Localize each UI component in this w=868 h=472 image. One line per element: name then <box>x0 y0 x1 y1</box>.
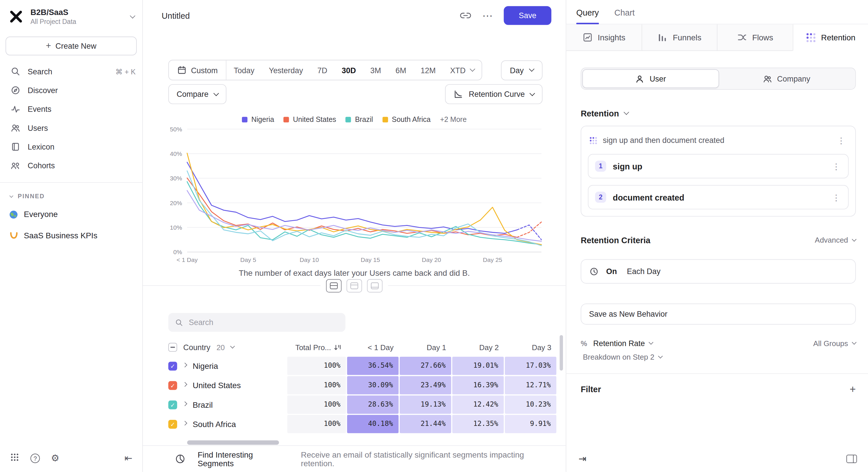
pinned-item-everyone[interactable]: Everyone <box>0 204 142 225</box>
date-3m-button[interactable]: 3M <box>363 60 388 80</box>
tab-query[interactable]: Query <box>576 8 599 24</box>
kebab-menu-icon[interactable]: ⋮ <box>835 136 847 144</box>
date-today-button[interactable]: Today <box>227 60 262 80</box>
table-row[interactable]: ✓South Africa100%40.18%21.44%12.35%9.91% <box>168 414 557 434</box>
retention-cell[interactable]: 17.03% <box>504 356 557 376</box>
retention-cell[interactable]: 28.63% <box>346 395 399 414</box>
kebab-menu-icon[interactable]: ⋮ <box>830 162 842 170</box>
row-checkbox[interactable]: ✓ <box>168 419 177 429</box>
retention-cell[interactable]: 21.44% <box>399 414 452 434</box>
date-custom-button[interactable]: Custom <box>169 60 226 80</box>
sidebar-item-cohorts[interactable]: Cohorts <box>0 156 142 175</box>
chart-type-dropdown[interactable]: Retention Curve <box>445 84 542 104</box>
behavior-header[interactable]: sign up and then document created ⋮ <box>588 133 848 147</box>
table-search-box[interactable] <box>168 313 345 332</box>
table-row[interactable]: ✓United States100%30.09%23.49%16.39%12.7… <box>168 376 557 395</box>
column-header[interactable]: Day 2 <box>452 343 504 352</box>
behavior-step-1[interactable]: 1 sign up ⋮ <box>588 154 848 178</box>
create-new-button[interactable]: + Create New <box>5 37 137 55</box>
retention-cell[interactable]: 12.42% <box>452 395 504 414</box>
collapse-sidebar-icon[interactable]: ⇤ <box>124 452 132 464</box>
horizontal-scrollbar[interactable] <box>187 440 279 445</box>
compare-dropdown[interactable]: Compare <box>168 84 226 104</box>
sidebar-item-discover[interactable]: Discover <box>0 81 142 100</box>
project-switcher[interactable]: B2B/SaaS All Project Data <box>0 5 142 28</box>
sidebar-item-lexicon[interactable]: Lexicon <box>0 138 142 156</box>
legend-item[interactable]: United States <box>284 115 336 124</box>
tab-chart[interactable]: Chart <box>614 8 635 24</box>
expand-chevron-icon[interactable] <box>183 382 187 386</box>
row-checkbox[interactable]: ✓ <box>168 381 177 390</box>
select-all-checkbox[interactable] <box>168 343 177 352</box>
date-7d-button[interactable]: 7D <box>310 60 334 80</box>
total-cell[interactable]: 100% <box>287 376 347 395</box>
report-tab-funnels[interactable]: Funnels <box>641 25 717 51</box>
pinned-item-saas-kpis[interactable]: SaaS Business KPIs <box>0 225 142 246</box>
more-options-icon[interactable]: ⋯ <box>482 10 493 21</box>
column-header[interactable]: < 1 Day <box>346 343 399 352</box>
expand-chevron-icon[interactable] <box>183 362 187 367</box>
date-yesterday-button[interactable]: Yesterday <box>261 60 310 80</box>
row-checkbox[interactable]: ✓ <box>168 361 177 370</box>
retention-cell[interactable]: 10.23% <box>504 395 557 414</box>
save-as-new-behavior-button[interactable]: Save as New Behavior <box>581 303 856 324</box>
group-header[interactable]: Country 20 <box>168 343 286 352</box>
toggle-user[interactable]: User <box>582 69 719 88</box>
toggle-company[interactable]: Company <box>719 69 854 88</box>
retention-cell[interactable]: 19.01% <box>452 356 504 376</box>
layout-split-top-button[interactable] <box>346 279 362 293</box>
retention-section-dropdown[interactable]: Retention <box>581 109 856 118</box>
total-cell[interactable]: 100% <box>287 414 347 434</box>
retention-frequency-row[interactable]: On Each Day <box>581 259 856 284</box>
table-row[interactable]: ✓Brazil100%28.63%19.13%12.42%10.23% <box>168 395 557 414</box>
sidebar-item-search[interactable]: Search ⌘ + K <box>0 62 142 81</box>
sidebar-item-events[interactable]: Events <box>0 100 142 118</box>
share-link-icon[interactable] <box>460 10 471 21</box>
total-cell[interactable]: 100% <box>287 395 347 414</box>
total-cell[interactable]: 100% <box>287 356 347 376</box>
column-header[interactable]: Day 3 <box>504 343 557 352</box>
report-tab-flows[interactable]: Flows <box>717 25 792 51</box>
date-6m-button[interactable]: 6M <box>388 60 413 80</box>
vertical-scrollbar[interactable] <box>560 335 563 371</box>
retention-cell[interactable]: 12.71% <box>504 376 557 395</box>
granularity-dropdown[interactable]: Day <box>501 60 542 80</box>
advanced-dropdown[interactable]: Advanced <box>815 236 856 244</box>
kebab-menu-icon[interactable]: ⋮ <box>830 193 842 201</box>
breakdown-step-dropdown[interactable]: Breakdown on Step 2 <box>583 353 856 361</box>
pinned-section-header[interactable]: PINNED <box>0 190 142 204</box>
layout-split-bottom-button[interactable] <box>367 279 382 293</box>
expand-chevron-icon[interactable] <box>183 401 187 406</box>
layout-split-rows-button[interactable] <box>326 279 342 293</box>
date-30d-button[interactable]: 30D <box>334 60 363 80</box>
retention-cell[interactable]: 23.49% <box>399 376 452 395</box>
retention-cell[interactable]: 19.13% <box>399 395 452 414</box>
report-title[interactable]: Untitled <box>161 11 190 20</box>
interesting-segments-bar[interactable]: Find Interesting Segments Receive an ema… <box>143 445 566 472</box>
retention-cell[interactable]: 30.09% <box>346 376 399 395</box>
report-tab-retention[interactable]: Retention <box>793 25 868 51</box>
retention-cell[interactable]: 27.66% <box>399 356 452 376</box>
retention-rate-dropdown[interactable]: Retention Rate <box>593 339 653 348</box>
gear-icon[interactable]: ⚙ <box>51 453 59 463</box>
column-header[interactable]: Day 1 <box>399 343 452 352</box>
legend-item[interactable]: Brazil <box>346 115 373 124</box>
column-header-total[interactable]: Total Pro... <box>287 343 347 352</box>
retention-cell[interactable]: 16.39% <box>452 376 504 395</box>
collapse-panel-icon[interactable]: ⇥ <box>579 453 586 465</box>
legend-more-item[interactable]: +2 More <box>440 115 467 124</box>
retention-cell[interactable]: 12.35% <box>452 414 504 434</box>
help-icon[interactable]: ? <box>31 453 40 463</box>
date-12m-button[interactable]: 12M <box>413 60 443 80</box>
report-tab-insights[interactable]: Insights <box>566 25 641 51</box>
retention-cell[interactable]: 40.18% <box>346 414 399 434</box>
table-search-input[interactable] <box>189 318 339 327</box>
layout-panel-icon[interactable] <box>846 455 857 463</box>
expand-chevron-icon[interactable] <box>183 420 187 425</box>
legend-item[interactable]: South Africa <box>382 115 431 124</box>
table-row[interactable]: ✓Nigeria100%36.54%27.66%19.01%17.03% <box>168 356 557 376</box>
sidebar-item-users[interactable]: Users <box>0 118 142 137</box>
retention-cell[interactable]: 36.54% <box>346 356 399 376</box>
save-button[interactable]: Save <box>504 6 551 25</box>
behavior-step-2[interactable]: 2 document created ⋮ <box>588 185 848 209</box>
